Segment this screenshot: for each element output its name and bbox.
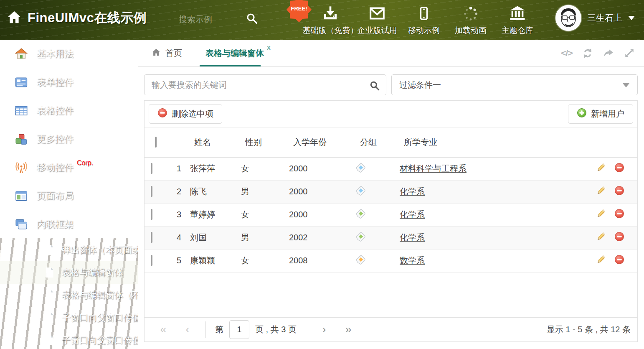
last-page-button[interactable]: » <box>336 324 360 335</box>
nav-item-basic[interactable]: 基础版（免费） <box>307 4 354 36</box>
chevron-down-icon <box>628 16 635 20</box>
row-index: 5 <box>170 249 184 272</box>
add-user-label: 新增用户 <box>591 108 624 120</box>
users-table: 姓名 性别 入学年份 分组 所学专业 1 张萍萍 女 2000 <box>145 127 637 273</box>
chevron-right-icon <box>125 107 129 115</box>
sidebar-subitem-popup-window[interactable]: 弹出窗体（本页面或... <box>0 239 138 261</box>
brand[interactable]: FineUIMvc在线示例 <box>7 9 147 27</box>
table-body: 1 张萍萍 女 2000 材料科学与工程系 <box>145 157 637 272</box>
edit-pencil-icon[interactable] <box>596 186 606 198</box>
sidebar-item-label: 表单控件 <box>37 76 74 89</box>
chevron-right-icon <box>125 50 129 58</box>
divider <box>205 321 206 338</box>
row-checkbox[interactable] <box>151 255 152 266</box>
delete-selected-label: 删除选中项 <box>172 108 213 120</box>
edit-pencil-icon[interactable] <box>596 232 606 244</box>
nav-item-loading[interactable]: 加载动画 <box>447 4 494 36</box>
edit-pencil-icon[interactable] <box>596 255 606 267</box>
delete-row-icon[interactable] <box>614 163 624 175</box>
free-badge: FREE! <box>287 0 312 22</box>
sidebar-item-label: 页面布局 <box>37 190 74 202</box>
search-icon[interactable] <box>246 12 258 26</box>
prev-page-button[interactable]: ‹ <box>175 324 200 335</box>
sidebar-item-basic-usage[interactable]: 基本用法 <box>0 40 138 68</box>
top-header: FineUIMvc在线示例 FREE! <box>0 0 644 40</box>
page-number-input[interactable] <box>229 320 249 339</box>
select-all-checkbox[interactable] <box>155 137 157 148</box>
edit-pencil-icon[interactable] <box>596 209 606 221</box>
sidebar-subitem-grid-edit-window-2[interactable]: 表格与编辑窗体（不... <box>0 284 138 306</box>
major-link[interactable]: 数学系 <box>400 256 425 265</box>
first-page-button[interactable]: « <box>151 324 175 335</box>
filter-select[interactable]: 过滤条件一 <box>391 74 638 95</box>
sidebar-subitem-grid-edit-window[interactable]: 表格与编辑窗体 <box>0 261 138 284</box>
search-icon[interactable] <box>369 80 380 93</box>
refresh-icon[interactable] <box>582 48 593 59</box>
grid-toolbar: 删除选中项 新增用户 <box>145 101 637 127</box>
expand-icon[interactable] <box>624 48 635 59</box>
cell-group <box>350 157 393 180</box>
chevron-right-icon <box>125 79 129 86</box>
page-icon <box>45 312 54 323</box>
cell-group <box>350 226 393 249</box>
major-link[interactable]: 化学系 <box>400 210 425 219</box>
row-checkbox[interactable] <box>151 186 152 197</box>
nav-label: 企业版试用 <box>357 25 397 36</box>
antenna-icon <box>15 161 28 174</box>
page-suffix-label: 页 , 共 3 页 <box>255 324 297 335</box>
chevron-right-icon <box>125 164 129 171</box>
row-checkbox[interactable] <box>151 232 152 243</box>
delete-row-icon[interactable] <box>614 209 624 221</box>
sidebar-item-label: 基本用法 <box>37 48 74 60</box>
nav-item-mobile[interactable]: 移动示例 <box>401 4 447 36</box>
major-link[interactable]: 化学系 <box>400 233 425 242</box>
row-index: 3 <box>170 203 184 226</box>
delete-row-icon[interactable] <box>614 255 624 267</box>
plus-circle-icon <box>577 108 587 120</box>
edit-pencil-icon[interactable] <box>596 163 606 175</box>
table-row: 2 陈飞 男 2000 化学系 <box>145 180 637 203</box>
page-icon <box>45 290 54 301</box>
nav-label: 移动示例 <box>408 25 440 36</box>
delete-row-icon[interactable] <box>614 186 624 198</box>
close-icon[interactable]: x <box>267 44 271 51</box>
sidebar-subitem-child-to-parent-2[interactable]: 子窗口向父窗口传值... <box>0 329 138 349</box>
row-index: 4 <box>170 226 184 249</box>
cell-name: 张萍萍 <box>184 157 235 180</box>
keyword-search-input[interactable] <box>145 75 386 95</box>
cell-name: 刘国 <box>184 226 235 249</box>
chevron-down-icon <box>622 83 630 87</box>
major-link[interactable]: 材料科学与工程系 <box>400 164 467 173</box>
next-page-button[interactable]: › <box>312 324 336 335</box>
row-checkbox[interactable] <box>151 163 152 174</box>
user-menu[interactable]: 三生石上 <box>555 5 635 31</box>
column-header-gender: 性别 <box>235 127 283 157</box>
view-source-icon[interactable]: </> <box>561 48 572 59</box>
sidebar-subitem-child-to-parent[interactable]: 子窗口向父窗口传值 <box>0 306 138 329</box>
sidebar-item-more-controls[interactable]: 更多控件 <box>0 125 138 153</box>
sidebar-item-mobile-controls[interactable]: 移动控件 Corp. <box>0 153 138 182</box>
column-header-index <box>170 127 184 157</box>
tab-home-label: 首页 <box>165 48 182 59</box>
page-icon <box>45 267 54 278</box>
corp-tag: Corp. <box>77 159 93 167</box>
tab-home[interactable]: 首页 <box>145 40 188 66</box>
nav-item-themes[interactable]: 主题仓库 <box>494 4 541 36</box>
delete-row-icon[interactable] <box>614 232 624 244</box>
major-link[interactable]: 化学系 <box>400 187 425 196</box>
delete-selected-button[interactable]: 删除选中项 <box>149 104 222 124</box>
top-search-input[interactable] <box>179 15 246 24</box>
tab-grid-edit-window[interactable]: 表格与编辑窗体 x <box>200 40 270 66</box>
share-icon[interactable] <box>603 48 614 59</box>
sidebar-item-form-controls[interactable]: 表单控件 <box>0 68 138 97</box>
tag-icon <box>356 255 366 267</box>
sidebar-item-grid-controls[interactable]: 表格控件 <box>0 97 138 125</box>
tag-icon <box>356 163 366 175</box>
sidebar-item-iframe[interactable]: 内联框架 <box>0 210 138 239</box>
add-user-button[interactable]: 新增用户 <box>568 104 633 124</box>
record-summary: 显示 1 - 5 条 , 共 12 条 <box>547 324 631 335</box>
cell-group <box>350 249 393 272</box>
nav-item-enterprise[interactable]: 企业版试用 <box>354 4 401 36</box>
row-checkbox[interactable] <box>151 209 152 220</box>
sidebar-item-page-layout[interactable]: 页面布局 <box>0 182 138 210</box>
